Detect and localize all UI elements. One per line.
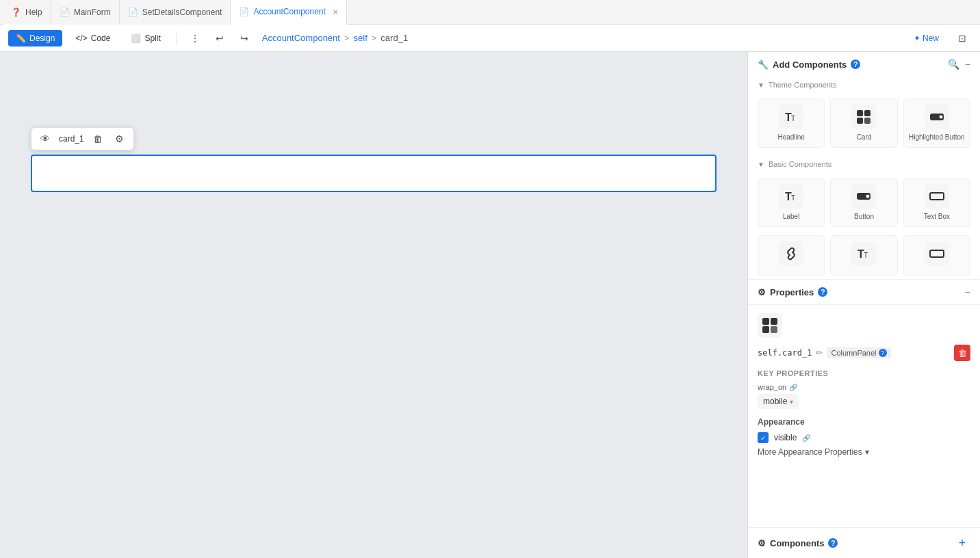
undo-button[interactable]: ↩ — [210, 29, 229, 48]
component-input2[interactable] — [903, 235, 970, 276]
mainform-tab-icon: 📄 — [60, 8, 70, 17]
delete-component-button[interactable]: 🗑 — [954, 345, 970, 361]
svg-rect-5 — [864, 118, 871, 124]
breadcrumb-self[interactable]: self — [354, 33, 368, 43]
canvas-card-element[interactable] — [31, 155, 717, 192]
split-button[interactable]: ⬜ Split — [123, 30, 168, 46]
sliders-icon: ⚙ — [758, 287, 766, 297]
properties-section: ⚙ Properties ? − s — [748, 280, 980, 527]
wrap-on-select[interactable]: mobile ▾ — [758, 394, 799, 409]
more-appearance-button[interactable]: More Appearance Properties ▾ — [758, 447, 970, 457]
toolbar: ✏️ Design </> Code ⬜ Split ⋮ ↩ ↪ Account… — [0, 25, 980, 52]
component-text-box[interactable]: Text Box — [903, 178, 970, 227]
edit-name-button[interactable]: ✏ — [816, 348, 823, 358]
add-components-title: Add Components — [773, 59, 847, 70]
component-link[interactable] — [758, 235, 825, 276]
properties-name-row: self.card_1 ✏ ColumnPanel ? 🗑 — [758, 345, 970, 361]
highlighted-button-icon — [925, 105, 949, 129]
theme-component-grid: TT Headline Card — [748, 93, 980, 156]
main-content: 👁 card_1 🗑 ⚙ 🔧 Add Components ? 🔍 − — [0, 52, 980, 558]
svg-rect-18 — [762, 326, 769, 333]
tab-help-label: Help — [25, 8, 42, 17]
add-components-section: 🔧 Add Components ? 🔍 − ▼ Theme Component… — [748, 52, 980, 280]
breadcrumb-root[interactable]: AccountComponent — [262, 33, 340, 43]
right-panel: 🔧 Add Components ? 🔍 − ▼ Theme Component… — [747, 52, 980, 558]
properties-body: self.card_1 ✏ ColumnPanel ? 🗑 Key Proper… — [748, 305, 980, 465]
new-button[interactable]: ✦ New — [905, 31, 947, 46]
settings-element-button[interactable]: ⚙ — [112, 131, 128, 147]
breadcrumb-sep-2: > — [372, 33, 377, 43]
components-bottom-title: Components — [770, 538, 824, 548]
split-label: Split — [144, 34, 160, 43]
add-components-header: 🔧 Add Components ? 🔍 − — [748, 52, 980, 77]
tab-bar: ❓ Help 📄 MainForm 📄 SetDetailsComponent … — [0, 0, 980, 25]
code-button[interactable]: </> Code — [68, 30, 118, 46]
layout-toggle-button[interactable]: ⊡ — [953, 29, 972, 48]
theme-components-text: Theme Components — [769, 81, 837, 89]
component-card[interactable]: Card — [830, 98, 897, 148]
redo-button[interactable]: ↪ — [235, 29, 254, 48]
component-text2[interactable]: TT — [830, 235, 897, 276]
breadcrumb-card: card_1 — [381, 33, 408, 43]
wrap-on-label: wrap_on 🔗 — [758, 383, 970, 391]
account-tab-icon: 📄 — [239, 7, 249, 16]
add-component-button[interactable]: + — [954, 535, 970, 551]
wrap-on-chevron-icon: ▾ — [790, 398, 793, 406]
component-label[interactable]: TT Label — [758, 178, 825, 227]
components-bottom-help[interactable]: ? — [828, 538, 838, 548]
properties-component-name: self.card_1 — [758, 348, 812, 358]
component-type-help[interactable]: ? — [879, 349, 887, 357]
canvas-inner: 👁 card_1 🗑 ⚙ — [0, 52, 747, 558]
tab-setdetails[interactable]: 📄 SetDetailsComponent — [120, 0, 231, 25]
components-bottom-left: ⚙ Components ? — [758, 538, 838, 548]
tab-account-label: AccountComponent — [253, 7, 325, 16]
key-properties-label: Key Properties — [758, 369, 970, 377]
component-highlighted-button[interactable]: Highlighted Button — [903, 98, 970, 148]
properties-title: Properties — [770, 287, 814, 297]
component-button[interactable]: Button — [830, 178, 897, 227]
basic-components-text: Basic Components — [769, 160, 831, 168]
properties-collapse-icon[interactable]: − — [965, 287, 970, 297]
design-label: Design — [29, 34, 55, 43]
properties-component-icon — [758, 313, 782, 338]
more-options-button[interactable]: ⋮ — [185, 29, 205, 48]
new-label: ✦ New — [914, 34, 939, 43]
float-card-label: card_1 — [59, 134, 84, 144]
tab-mainform-label: MainForm — [74, 8, 111, 17]
component-type-badge: ColumnPanel ? — [827, 347, 890, 358]
tab-account-close[interactable]: ✕ — [333, 8, 338, 16]
properties-help[interactable]: ? — [818, 287, 827, 297]
design-button[interactable]: ✏️ Design — [8, 30, 62, 46]
add-components-controls: 🔍 − — [948, 59, 970, 70]
toolbar-sep-1 — [177, 31, 177, 45]
label-icon: TT — [779, 184, 803, 209]
text-box-icon — [925, 184, 949, 209]
wrap-on-link-icon[interactable]: 🔗 — [789, 384, 797, 391]
text-box-label: Text Box — [924, 213, 950, 221]
theme-chevron-icon: ▼ — [758, 81, 764, 89]
tab-account[interactable]: 📄 AccountComponent ✕ — [231, 0, 346, 25]
search-icon[interactable]: 🔍 — [948, 59, 959, 70]
add-components-help[interactable]: ? — [851, 59, 860, 69]
svg-text:T: T — [791, 194, 795, 202]
component-headline[interactable]: TT Headline — [758, 98, 825, 148]
visible-link-icon[interactable]: 🔗 — [802, 434, 810, 442]
svg-rect-4 — [857, 118, 863, 124]
tab-help[interactable]: ❓ Help — [3, 0, 51, 25]
basic-components-label[interactable]: ▼ Basic Components — [748, 156, 980, 172]
appearance-label: Appearance — [758, 417, 970, 427]
properties-header: ⚙ Properties ? − — [748, 280, 980, 305]
code-label: Code — [91, 34, 111, 43]
add-components-collapse-icon[interactable]: − — [965, 59, 970, 70]
svg-point-11 — [866, 194, 870, 198]
tab-mainform[interactable]: 📄 MainForm — [51, 0, 120, 25]
delete-element-button[interactable]: 🗑 — [90, 131, 106, 147]
visible-checkbox[interactable]: ✓ — [758, 432, 769, 443]
split-icon: ⬜ — [131, 34, 141, 43]
svg-rect-3 — [864, 110, 871, 116]
theme-components-label[interactable]: ▼ Theme Components — [748, 77, 980, 93]
basic-chevron-icon: ▼ — [758, 161, 764, 168]
more-appearance-chevron-icon: ▾ — [865, 447, 869, 457]
visibility-toggle-button[interactable]: 👁 — [37, 131, 53, 147]
canvas-area[interactable]: 👁 card_1 🗑 ⚙ — [0, 52, 747, 558]
